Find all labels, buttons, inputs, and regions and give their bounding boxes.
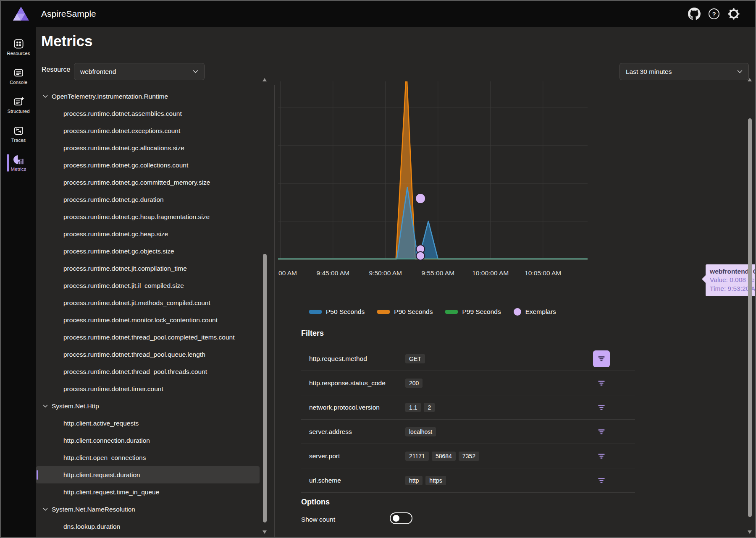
tree-metric-row[interactable]: process.runtime.dotnet.timer.count (36, 380, 260, 397)
tree-metric-row[interactable]: dns.lookup.duration (36, 518, 260, 535)
exemplar-dot[interactable] (416, 194, 425, 203)
legend-item[interactable]: P99 Seconds (445, 308, 501, 316)
tree-row-label: process.runtime.dotnet.gc.allocations.si… (63, 144, 184, 152)
filter-row: url.schemehttphttps (301, 468, 635, 493)
settings-button[interactable] (727, 8, 740, 20)
nav-rail: Resources Console Structured Traces (1, 27, 36, 537)
toggle-knob (393, 515, 399, 522)
tree-metric-row[interactable]: process.runtime.dotnet.gc.objects.size (36, 243, 260, 260)
resource-label: Resource (42, 66, 70, 73)
filters-heading: Filters (301, 329, 324, 338)
p50-area[interactable] (278, 187, 588, 259)
tree-metric-row[interactable]: process.runtime.dotnet.exceptions.count (36, 122, 260, 139)
filter-name: http.response.status_code (309, 379, 405, 387)
tree-group-row[interactable]: System.Net.Http (36, 397, 260, 415)
tree-row-label: process.runtime.dotnet.thread_pool.threa… (63, 368, 207, 376)
filter-name: server.port (309, 452, 405, 460)
filter-funnel-icon (597, 355, 606, 363)
tree-metric-row[interactable]: process.runtime.dotnet.gc.collections.co… (36, 157, 260, 174)
scroll-down-arrow[interactable] (262, 530, 267, 534)
filter-values: GET (405, 354, 593, 363)
tree-metric-row[interactable]: http.client.active_requests (36, 415, 260, 432)
tree-metric-row[interactable]: process.runtime.dotnet.monitor.lock_cont… (36, 311, 260, 329)
filter-value-badge: 2 (424, 403, 435, 412)
scroll-up-arrow[interactable] (748, 78, 752, 81)
legend-label: P99 Seconds (462, 308, 501, 316)
tree-metric-row[interactable]: process.runtime.dotnet.gc.heap.fragmenta… (36, 208, 260, 225)
filter-funnel-button[interactable] (593, 423, 610, 440)
show-count-label: Show count (301, 516, 335, 523)
help-button[interactable]: ? (708, 8, 720, 20)
legend-label: Exemplars (525, 308, 556, 316)
sidebar-item-console[interactable]: Console (1, 64, 36, 88)
legend-item[interactable]: Exemplars (514, 308, 556, 316)
tree-metric-row[interactable]: process.runtime.dotnet.gc.committed_memo… (36, 174, 260, 191)
tree-metric-row[interactable]: http.client.open_connections (36, 449, 260, 466)
show-count-toggle[interactable] (390, 512, 412, 524)
tree-metric-row[interactable]: process.runtime.dotnet.jit.methods_compi… (36, 294, 260, 311)
exemplar-dot[interactable] (416, 252, 425, 260)
tree-row-label: process.runtime.dotnet.jit.il_compiled.s… (63, 282, 184, 290)
help-icon: ? (708, 8, 720, 20)
main-scrollbar-thumb[interactable] (748, 118, 752, 517)
tree-row-label: http.client.open_connections (63, 454, 146, 462)
filter-name: network.protocol.version (309, 404, 405, 411)
tree-metric-row[interactable]: process.runtime.dotnet.thread_pool.compl… (36, 329, 260, 346)
tree-row-label: http.client.request.duration (63, 471, 140, 479)
chart-legend: P50 SecondsP90 SecondsP99 SecondsExempla… (309, 308, 556, 316)
panel-splitter[interactable] (274, 85, 275, 537)
time-range-select[interactable]: Last 30 minutes (620, 63, 749, 80)
filter-funnel-button[interactable] (593, 399, 610, 416)
filter-row: http.request.methodGET (301, 347, 635, 371)
title-bar: AspireSample ? (1, 1, 755, 27)
tree-metric-row[interactable]: process.runtime.dotnet.assemblies.count (36, 105, 260, 122)
console-document-icon (13, 67, 24, 78)
tree-group-row[interactable]: System.Net.NameResolution (36, 501, 260, 518)
tree-metric-row[interactable]: http.client.request.time_in_queue (36, 483, 260, 501)
filter-funnel-button[interactable] (593, 350, 610, 367)
metric-tree-list: OpenTelemetry.Instrumentation.Runtimepro… (36, 85, 262, 537)
chevron-down-icon (737, 70, 743, 73)
tree-row-label: process.runtime.dotnet.monitor.lock_cont… (63, 316, 218, 324)
legend-item[interactable]: P50 Seconds (309, 308, 365, 316)
filter-row: server.addresslocalhost (301, 420, 635, 444)
tree-metric-row[interactable]: process.runtime.dotnet.gc.allocations.si… (36, 139, 260, 157)
tree-scrollbar-thumb[interactable] (263, 254, 267, 522)
legend-item[interactable]: P90 Seconds (377, 308, 433, 316)
filter-funnel-icon (597, 476, 606, 485)
metrics-chart[interactable]: 00.0050.010.0150.020.0259:40:00 AM9:45:0… (278, 81, 639, 333)
scroll-up-arrow[interactable] (262, 78, 267, 81)
tree-row-label: process.runtime.dotnet.gc.duration (63, 196, 164, 204)
sidebar-item-resources[interactable]: Resources (1, 35, 36, 59)
tree-metric-row[interactable]: http.client.connection.duration (36, 432, 260, 449)
tree-metric-row[interactable]: process.runtime.dotnet.gc.heap.size (36, 225, 260, 243)
filter-value-badge: localhost (405, 427, 436, 436)
app-window: AspireSample ? (0, 0, 756, 538)
sidebar-item-label: Metrics (10, 167, 26, 172)
github-button[interactable] (688, 8, 701, 20)
scroll-down-arrow[interactable] (748, 530, 752, 534)
svg-text:?: ? (712, 10, 716, 18)
sidebar-item-structured[interactable]: Structured (1, 93, 36, 117)
main-scrollbar (747, 76, 753, 535)
tree-metric-row[interactable]: process.runtime.dotnet.thread_pool.queue… (36, 346, 260, 363)
filter-value-badge: http (405, 476, 423, 485)
filter-name: url.scheme (309, 477, 405, 484)
resource-select[interactable]: webfrontend (74, 63, 205, 80)
tree-metric-row[interactable]: process.runtime.dotnet.jit.il_compiled.s… (36, 277, 260, 294)
filter-funnel-button[interactable] (593, 448, 610, 465)
tree-row-label: process.runtime.dotnet.timer.count (63, 385, 163, 393)
titlebar-actions: ? (688, 1, 740, 27)
sidebar-item-traces[interactable]: Traces (1, 122, 36, 146)
sidebar-item-metrics[interactable]: Metrics (1, 151, 36, 175)
tree-row-label: process.runtime.dotnet.gc.objects.size (63, 248, 174, 255)
tree-metric-row[interactable]: http.client.request.duration (36, 466, 260, 483)
tree-group-row[interactable]: OpenTelemetry.Instrumentation.Runtime (36, 88, 260, 105)
filter-funnel-button[interactable] (593, 375, 610, 392)
tree-metric-row[interactable]: process.runtime.dotnet.jit.compilation_t… (36, 260, 260, 277)
tree-metric-row[interactable]: process.runtime.dotnet.gc.duration (36, 191, 260, 208)
time-range-value: Last 30 minutes (626, 68, 737, 76)
filter-funnel-button[interactable] (593, 472, 610, 489)
tree-metric-row[interactable]: process.runtime.dotnet.thread_pool.threa… (36, 363, 260, 380)
filter-funnel-icon (597, 452, 606, 460)
